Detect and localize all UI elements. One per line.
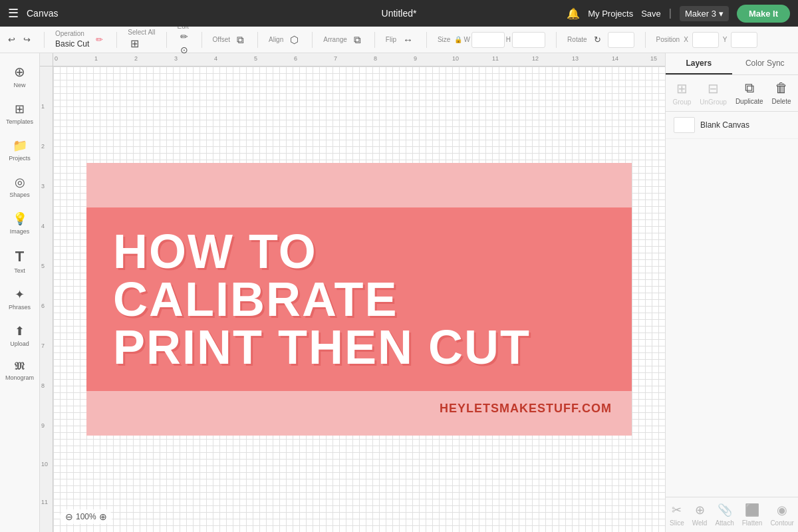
ruler-corner — [40, 53, 53, 66]
ruler-4: 4 — [214, 55, 217, 62]
ruler-v8: 8 — [41, 382, 45, 389]
h-label: H — [506, 36, 511, 43]
menu-icon[interactable]: ☰ — [8, 6, 19, 21]
select-all-button[interactable]: ⊞ — [128, 36, 142, 51]
sidebar-item-monogram[interactable]: 𝔐 Monogram — [0, 355, 39, 386]
lock-icon[interactable]: 🔒 — [454, 36, 462, 43]
ruler-5: 5 — [254, 55, 257, 62]
sidebar-item-images[interactable]: 💡 Images — [0, 206, 39, 240]
rotate-button[interactable]: ↻ — [591, 33, 604, 46]
text-icon: T — [15, 248, 24, 265]
delete-icon: 🗑 — [775, 80, 788, 96]
rotate-group: Rotate ↻ — [567, 32, 634, 48]
ruler-v9: 9 — [41, 422, 45, 429]
canvas-label: Canvas — [27, 8, 58, 19]
zoom-out-button[interactable]: ⊖ — [65, 511, 73, 522]
x-label: X — [684, 36, 688, 43]
tab-color-sync[interactable]: Color Sync — [732, 53, 799, 74]
page-title: Untitled* — [382, 8, 417, 19]
select-all-label: Select All — [128, 29, 155, 36]
ruler-13: 13 — [572, 55, 579, 62]
contour-icon: ◉ — [777, 503, 787, 517]
ruler-v3: 3 — [41, 183, 45, 190]
group-icon: ⊞ — [676, 80, 688, 96]
weld-button[interactable]: ⊕ Weld — [692, 503, 708, 527]
images-icon: 💡 — [13, 211, 27, 226]
size-group: Size 🔒 W H — [438, 32, 545, 48]
flatten-button[interactable]: ⬛ Flatten — [742, 503, 763, 527]
flip-button[interactable]: ↔ — [400, 33, 416, 47]
canvas-area[interactable]: 0 1 2 3 4 5 6 7 8 9 10 11 12 13 14 15 1 … — [40, 53, 665, 532]
ruler-top: 0 1 2 3 4 5 6 7 8 9 10 11 12 13 14 15 — [53, 53, 665, 66]
sidebar-item-projects[interactable]: 📁 Projects — [0, 133, 39, 167]
zoom-level: 100% — [76, 512, 96, 521]
operation-edit-icon[interactable]: ✏ — [93, 33, 106, 46]
attach-button[interactable]: 📎 Attach — [715, 503, 733, 527]
align-label: Align — [269, 36, 283, 43]
weld-icon: ⊕ — [695, 503, 705, 517]
machine-selector[interactable]: Maker 3 ▾ — [680, 6, 729, 21]
tab-layers[interactable]: Layers — [666, 53, 732, 74]
y-input[interactable] — [731, 32, 757, 48]
duplicate-button[interactable]: ⧉ Duplicate — [735, 80, 763, 106]
templates-icon: ⊞ — [15, 102, 25, 116]
sidebar-item-shapes[interactable]: ◎ Shapes — [0, 170, 39, 203]
top-nav: ☰ Canvas Untitled* 🔔 My Projects Save | … — [0, 0, 798, 27]
rotate-label: Rotate — [567, 36, 587, 43]
undo-button[interactable]: ↩ — [5, 33, 18, 46]
ruler-7: 7 — [334, 55, 337, 62]
ungroup-button[interactable]: ⊟ UnGroup — [700, 80, 727, 106]
my-projects-link[interactable]: My Projects — [588, 9, 633, 19]
x-input[interactable] — [692, 32, 719, 48]
attach-icon: 📎 — [718, 503, 732, 517]
layer-item-blank[interactable]: Blank Canvas — [666, 112, 798, 139]
edit-group: Edit ✏ ⊙ — [178, 23, 191, 57]
delete-button[interactable]: 🗑 Delete — [772, 80, 791, 106]
zoom-control: ⊖ 100% ⊕ — [60, 509, 112, 524]
width-input[interactable] — [471, 32, 505, 48]
ruler-11: 11 — [492, 55, 499, 62]
select-all-group: Select All ⊞ — [128, 29, 155, 51]
redo-button[interactable]: ↪ — [21, 33, 33, 46]
layer-name: Blank Canvas — [700, 120, 749, 130]
contour-button[interactable]: ◉ Contour — [770, 503, 794, 527]
flatten-icon: ⬛ — [745, 503, 759, 517]
align-button[interactable]: ⬡ — [287, 33, 301, 47]
ruler-14: 14 — [612, 55, 618, 62]
edit-button[interactable]: ✏ — [178, 30, 191, 43]
arrange-button[interactable]: ⧉ — [351, 33, 364, 47]
sidebar-item-phrases[interactable]: ✦ Phrases — [0, 282, 39, 316]
ruler-0: 0 — [55, 55, 58, 62]
ruler-left: 1 2 3 4 5 6 7 8 9 10 11 12 — [40, 66, 53, 532]
new-icon: ⊕ — [14, 64, 25, 80]
bell-icon[interactable]: 🔔 — [567, 7, 580, 20]
shapes-icon: ◎ — [15, 175, 25, 190]
slice-icon: ✂ — [672, 503, 682, 517]
ruler-v5: 5 — [41, 263, 45, 269]
sidebar-item-templates[interactable]: ⊞ Templates — [0, 96, 39, 130]
ruler-v7: 7 — [41, 342, 45, 349]
upload-icon: ⬆ — [15, 324, 25, 338]
ruler-2: 2 — [134, 55, 138, 62]
slice-button[interactable]: ✂ Slice — [670, 503, 684, 527]
position-group: Position X Y — [656, 32, 758, 48]
group-button[interactable]: ⊞ Group — [673, 80, 692, 106]
right-sidebar: Layers Color Sync ⊞ Group ⊟ UnGroup ⧉ Du… — [665, 53, 798, 532]
zoom-in-button[interactable]: ⊕ — [99, 511, 107, 522]
height-input[interactable] — [512, 32, 545, 48]
position-label: Position — [656, 36, 680, 43]
canvas-grid — [53, 66, 665, 532]
ruler-v11: 11 — [41, 499, 48, 505]
ruler-1: 1 — [94, 55, 98, 62]
rotate-input[interactable] — [608, 32, 634, 48]
make-it-button[interactable]: Make It — [737, 5, 790, 23]
divider: | — [669, 7, 672, 19]
save-button[interactable]: Save — [641, 9, 661, 19]
size-label: Size — [438, 36, 450, 43]
sidebar-item-text[interactable]: T Text — [0, 243, 39, 279]
edit-extra-button[interactable]: ⊙ — [178, 43, 191, 57]
sidebar-item-upload[interactable]: ⬆ Upload — [0, 319, 39, 352]
offset-button[interactable]: ⧉ — [234, 33, 247, 47]
sidebar-item-new[interactable]: ⊕ New — [0, 59, 39, 94]
ungroup-icon: ⊟ — [708, 80, 719, 96]
